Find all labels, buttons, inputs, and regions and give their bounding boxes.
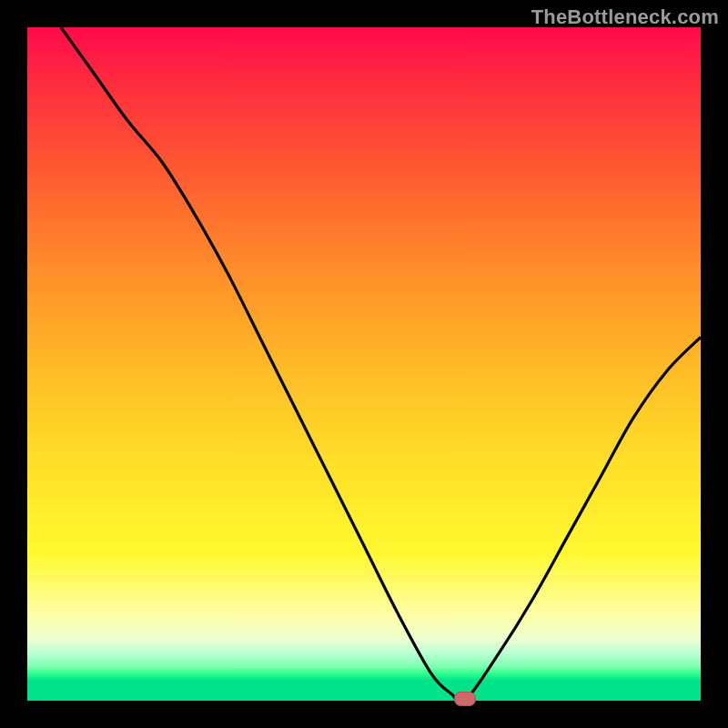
plot-area bbox=[27, 27, 701, 701]
bottleneck-marker bbox=[454, 692, 476, 706]
line-chart bbox=[27, 27, 701, 701]
chart-container: TheBottleneck.com bbox=[0, 0, 728, 728]
watermark-label: TheBottleneck.com bbox=[531, 5, 719, 29]
bottleneck-curve-path bbox=[61, 27, 701, 701]
